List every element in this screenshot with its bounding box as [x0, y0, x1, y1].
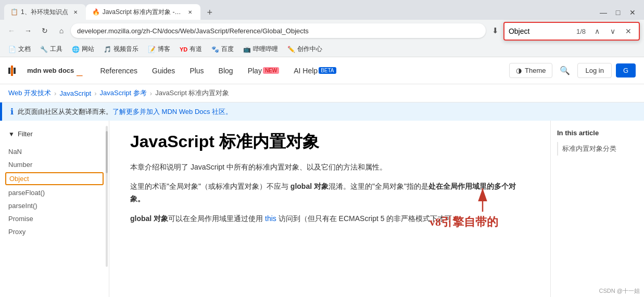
sidebar: ▼ Filter NaN Number Object parseFloat() …	[0, 121, 109, 297]
find-input[interactable]	[509, 27, 571, 35]
svg-rect-1	[11, 66, 13, 76]
sidebar-item-number[interactable]: Number	[0, 158, 109, 171]
back-button[interactable]: ←	[4, 23, 19, 38]
info-banner: ℹ 此页面由社区从英文翻译而来。了解更多并加入 MDN Web Docs 社区。	[0, 102, 644, 121]
get-button[interactable]: G	[616, 63, 636, 78]
theme-button[interactable]: ◑ Theme	[509, 63, 552, 78]
baidu-icon: 🐾	[211, 46, 219, 53]
global-object-bold-2: global 对象	[130, 214, 168, 223]
nav-item-aihelp[interactable]: AI HelpBETA	[286, 57, 343, 84]
this-link[interactable]: this	[265, 214, 276, 223]
minimize-button[interactable]: —	[596, 5, 611, 20]
toc-panel: In this article 标准内置对象分类	[550, 121, 644, 297]
tab-2-title: JavaScript 标准内置对象 - JavaS...	[103, 8, 183, 17]
nav-item-blog[interactable]: Blog	[211, 57, 241, 84]
play-badge: NEW	[263, 67, 279, 74]
download-icon[interactable]: ⬇	[488, 23, 502, 38]
sidebar-item-object[interactable]: Object	[5, 172, 104, 185]
creation-icon: ✏️	[287, 46, 295, 53]
sidebar-item-parseint[interactable]: parseInt()	[0, 199, 109, 212]
nav-item-guides[interactable]: Guides	[145, 57, 182, 84]
youdao-icon: YD	[180, 46, 187, 53]
sidebar-item-proxy[interactable]: Proxy	[0, 225, 109, 238]
article-paragraph-1: 本章介绍和说明了 JavaScript 中所有的标准内置对象、以及它们的方法和属…	[130, 161, 529, 174]
tab-1-title: 1、补环境知识点	[21, 8, 68, 17]
nav-item-references[interactable]: References	[93, 57, 145, 84]
bookmark-bilibili[interactable]: 📺 哔哩哔哩	[239, 44, 282, 55]
new-tab-button[interactable]: +	[203, 5, 217, 20]
bookmark-docs[interactable]: 📄 文档	[4, 44, 35, 55]
toc-title: In this article	[557, 129, 638, 137]
find-prev-button[interactable]: ∧	[591, 25, 603, 37]
breadcrumb-sep-3: ›	[150, 89, 152, 97]
info-icon: ℹ	[10, 107, 14, 117]
mdn-logo[interactable]: mdn web docs _	[8, 64, 82, 76]
nav-item-plus[interactable]: Plus	[182, 57, 211, 84]
filter-label: Filter	[18, 130, 33, 138]
banner-text: 此页面由社区从英文翻译而来。了解更多并加入 MDN Web Docs 社区。	[18, 107, 232, 117]
sidebar-item-parsefloat[interactable]: parseFloat()	[0, 186, 109, 199]
nav-right: ◑ Theme 🔍 Log in G	[509, 62, 636, 79]
theme-icon: ◑	[516, 67, 522, 74]
video-icon: 🎵	[104, 46, 111, 53]
find-next-button[interactable]: ∨	[607, 25, 619, 37]
filter-button[interactable]: ▼ Filter	[0, 127, 109, 141]
tools-icon: 🔧	[40, 46, 48, 53]
bookmark-youdao[interactable]: YD 有道	[175, 44, 206, 55]
filter-icon: ▼	[8, 131, 15, 138]
tab-1-icon: 📋	[10, 8, 18, 16]
bookmark-creation-label: 创作中心	[297, 45, 322, 54]
blog-icon: 📝	[148, 46, 156, 53]
bookmark-blog[interactable]: 📝 博客	[144, 44, 174, 55]
login-button[interactable]: Log in	[577, 63, 611, 78]
reload-button[interactable]: ↻	[37, 23, 52, 38]
bookmarks-bar: 📄 文档 🔧 工具 🌐 网站 🎵 视频音乐 📝 博客 YD 有道 🐾 百度 📺	[0, 42, 644, 57]
bookmark-website-label: 网站	[82, 45, 94, 54]
breadcrumb-link-1[interactable]: Web 开发技术	[8, 88, 51, 98]
scrollbar-thumb	[106, 131, 108, 173]
close-button[interactable]: ✕	[625, 5, 640, 20]
article-paragraph-2: 这里的术语"全局对象"（或标准内置对象）不应与 global 对象混淆。这里的"…	[130, 180, 529, 205]
find-bar: 1/8 ∧ ∨ ✕	[503, 22, 640, 41]
breadcrumb-current: JavaScript 标准内置对象	[155, 88, 229, 98]
bookmark-video[interactable]: 🎵 视频音乐	[99, 44, 143, 55]
nav-item-play[interactable]: PlayNEW	[241, 57, 287, 84]
csdn-watermark: CSDN @十一姐	[599, 287, 640, 295]
bookmark-creation[interactable]: ✏️ 创作中心	[283, 44, 326, 55]
tab-2-close[interactable]: ✕	[186, 8, 194, 16]
forward-button[interactable]: →	[21, 23, 35, 38]
tab-1-close[interactable]: ✕	[71, 8, 80, 16]
bookmark-tools-label: 工具	[50, 45, 62, 54]
search-button[interactable]: 🔍	[557, 62, 573, 79]
main-layout: ▼ Filter NaN Number Object parseFloat() …	[0, 121, 644, 297]
article-title: JavaScript 标准内置对象	[130, 131, 529, 153]
page-content: mdn web docs _ References Guides Plus Bl…	[0, 57, 644, 297]
banner-link[interactable]: 了解更多并加入 MDN Web Docs 社区。	[112, 108, 232, 115]
bookmark-website[interactable]: 🌐 网站	[68, 44, 98, 55]
sidebar-item-promise[interactable]: Promise	[0, 212, 109, 225]
bookmark-tools[interactable]: 🔧 工具	[36, 44, 67, 55]
bookmark-bilibili-label: 哔哩哔哩	[253, 45, 278, 54]
bookmark-baidu-label: 百度	[221, 45, 234, 54]
maximize-button[interactable]: □	[611, 5, 625, 20]
bookmark-baidu[interactable]: 🐾 百度	[207, 44, 238, 55]
sidebar-item-nan[interactable]: NaN	[0, 145, 109, 158]
home-button[interactable]: ⌂	[54, 23, 69, 38]
scrollbar-track	[106, 126, 108, 267]
tab-2[interactable]: 🔥 JavaScript 标准内置对象 - JavaS... ✕	[86, 4, 200, 20]
breadcrumb-link-3[interactable]: JavaScript 参考	[100, 88, 147, 98]
address-input[interactable]	[71, 23, 486, 38]
tab-1[interactable]: 📋 1、补环境知识点 ✕	[4, 4, 86, 20]
breadcrumb-link-2[interactable]: JavaScript	[59, 89, 91, 97]
breadcrumb: Web 开发技术 › JavaScript › JavaScript 参考 › …	[0, 84, 644, 102]
tab-2-icon: 🔥	[92, 8, 99, 16]
bookmark-docs-label: 文档	[18, 45, 31, 54]
mdn-logo-svg	[8, 66, 25, 76]
toc-item-1[interactable]: 标准内置对象分类	[557, 142, 638, 156]
aihelp-badge: BETA	[319, 67, 336, 74]
find-count: 1/8	[576, 28, 586, 35]
find-close-button[interactable]: ✕	[622, 25, 635, 37]
bilibili-icon: 📺	[243, 46, 251, 53]
mdn-logo-text: mdn web docs	[27, 67, 74, 74]
breadcrumb-sep-2: ›	[94, 89, 96, 97]
